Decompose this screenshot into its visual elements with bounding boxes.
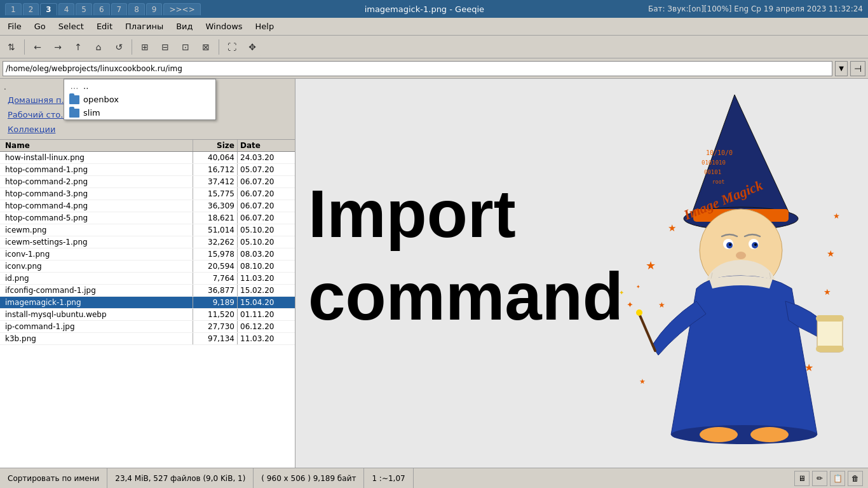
- file-date: 08.03.20: [238, 248, 295, 260]
- toolbar-back[interactable]: ←: [29, 38, 46, 56]
- file-name: install-mysql-ubuntu.webp: [0, 309, 193, 320]
- tab-more[interactable]: >><>: [163, 3, 200, 15]
- toolbar-actual-size[interactable]: ⊠: [197, 38, 215, 56]
- file-row-selected[interactable]: imagemagick-1.png 9,189 15.04.20: [0, 297, 295, 309]
- tab-3[interactable]: 3: [40, 3, 57, 15]
- sidebar-collections[interactable]: Коллекции: [0, 122, 295, 137]
- tab-9[interactable]: 9: [146, 3, 163, 15]
- dotdot-icon: …: [69, 81, 79, 91]
- file-name: ip-command-1.jpg: [0, 321, 193, 332]
- file-row[interactable]: icewm-settings-1.png 32,262 05.10.20: [0, 236, 295, 248]
- file-date: 15.02.20: [238, 285, 295, 296]
- file-date: 06.07.20: [238, 200, 295, 212]
- menu-plugins[interactable]: Плагины: [120, 20, 168, 33]
- tab-6[interactable]: 6: [93, 3, 110, 15]
- toolbar-pan[interactable]: ✥: [243, 38, 261, 56]
- svg-point-17: [636, 309, 642, 316]
- file-row[interactable]: id.png 7,764 11.03.20: [0, 273, 295, 285]
- svg-text:✦: ✦: [627, 300, 634, 309]
- menu-edit[interactable]: Edit: [92, 20, 118, 33]
- file-row[interactable]: iconv.png 20,594 08.10.20: [0, 261, 295, 273]
- path-dropdown: … .. openbox slim: [64, 79, 216, 120]
- toolbar-forward[interactable]: →: [49, 38, 67, 56]
- status-fileinfo: 23,4 MiB, 527 файлов (9,0 KiB, 1): [107, 468, 254, 488]
- svg-text:★: ★: [827, 248, 835, 259]
- file-date: 06.07.20: [238, 188, 295, 200]
- svg-point-21: [671, 425, 817, 444]
- toolbar-home[interactable]: ⌂: [90, 38, 107, 56]
- toolbar-fit[interactable]: ⊡: [177, 38, 194, 56]
- svg-line-16: [639, 314, 655, 351]
- image-dimensions: ( 960 x 506 ) 9,189 байт: [261, 474, 356, 483]
- tab-5[interactable]: 5: [76, 3, 92, 15]
- separator-2: [132, 39, 132, 55]
- dropdown-item-openbox[interactable]: openbox: [64, 93, 215, 106]
- file-name: htop-command-5.png: [0, 212, 193, 224]
- file-date: 11.03.20: [238, 273, 295, 284]
- tab-2[interactable]: 2: [23, 3, 39, 15]
- main-content: … .. openbox slim . Домашняя п... Рабочи…: [0, 79, 868, 468]
- addressbar: ▼ ⊣: [0, 58, 868, 79]
- tab-1[interactable]: 1: [5, 3, 22, 15]
- file-name: htop-command-4.png: [0, 200, 193, 212]
- svg-text:★: ★: [646, 259, 656, 272]
- folder-icon-slim: [69, 109, 79, 118]
- svg-point-12: [729, 243, 731, 246]
- status-copy-icon[interactable]: 📋: [830, 471, 845, 486]
- file-name: id.png: [0, 273, 193, 284]
- tab-7[interactable]: 7: [111, 3, 128, 15]
- file-row[interactable]: ip-command-1.jpg 27,730 06.12.20: [0, 321, 295, 333]
- file-date: 06.12.20: [238, 321, 295, 332]
- toolbar-flip-vertical[interactable]: ⇅: [3, 38, 20, 56]
- wizard-illustration: 10/10/0 0101010 00101 root: [607, 92, 849, 447]
- file-row[interactable]: k3b.png 97,134 11.03.20: [0, 333, 295, 345]
- file-count-info: 23,4 MiB, 527 файлов (9,0 KiB, 1): [115, 474, 245, 483]
- svg-text:★: ★: [668, 222, 676, 234]
- file-row[interactable]: htop-command-3.png 15,775 06.07.20: [0, 188, 295, 200]
- dropdown-item-slim[interactable]: slim: [64, 106, 215, 119]
- menu-help[interactable]: Help: [250, 20, 280, 33]
- toolbar-zoom-out[interactable]: ⊟: [156, 38, 174, 56]
- file-row[interactable]: htop-command-4.png 36,309 06.07.20: [0, 200, 295, 212]
- dropdown-item-dotdot[interactable]: … ..: [64, 79, 215, 93]
- file-size: 9,189: [193, 297, 238, 308]
- menu-view[interactable]: Вид: [171, 20, 198, 33]
- file-name: ifconfig-command-1.jpg: [0, 285, 193, 296]
- status-sort[interactable]: Сортировать по имени: [0, 468, 107, 488]
- file-row[interactable]: htop-command-1.png 16,712 05.07.20: [0, 164, 295, 176]
- status-delete-icon[interactable]: 🗑: [848, 471, 863, 486]
- tab-8[interactable]: 8: [128, 3, 145, 15]
- file-row[interactable]: how-install-linux.png 40,064 24.03.20: [0, 152, 295, 164]
- folder-icon-openbox: [69, 95, 79, 104]
- status-display-icon[interactable]: 🖥: [794, 471, 810, 486]
- file-date: 01.11.20: [238, 309, 295, 320]
- toolbar-up[interactable]: ↑: [69, 38, 87, 56]
- file-date: 05.07.20: [238, 164, 295, 175]
- file-date: 15.04.20: [238, 297, 295, 308]
- titlebar-tabs: 1 2 3 4 5 6 7 8 9 >><>: [5, 3, 201, 15]
- file-list: Name Size Date how-install-linux.png 40,…: [0, 140, 295, 468]
- file-row[interactable]: iconv-1.png 15,978 08.03.20: [0, 248, 295, 261]
- file-row[interactable]: icewm.png 51,014 05.10.20: [0, 224, 295, 236]
- file-row[interactable]: ifconfig-command-1.jpg 36,877 15.02.20: [0, 285, 295, 297]
- toolbar-zoom-in[interactable]: ⊞: [136, 38, 154, 56]
- file-list-header: Name Size Date: [0, 140, 295, 152]
- toolbar-fullscreen[interactable]: ⛶: [223, 38, 241, 56]
- zoom-level: 1 :~1,07: [372, 474, 405, 483]
- tab-4[interactable]: 4: [58, 3, 75, 15]
- file-row[interactable]: install-mysql-ubuntu.webp 11,520 01.11.2…: [0, 309, 295, 321]
- status-edit-icon[interactable]: ✏: [812, 471, 827, 486]
- menu-select[interactable]: Select: [53, 20, 89, 33]
- menu-windows[interactable]: Windows: [201, 20, 248, 33]
- address-dropdown-button[interactable]: ▼: [835, 61, 848, 76]
- address-pin-button[interactable]: ⊣: [850, 61, 865, 76]
- toolbar-refresh[interactable]: ↺: [110, 38, 128, 56]
- file-size: 20,594: [193, 261, 238, 272]
- menu-go[interactable]: Go: [29, 20, 51, 33]
- menubar: File Go Select Edit Плагины Вид Windows …: [0, 18, 868, 36]
- menu-file[interactable]: File: [3, 20, 27, 33]
- address-input[interactable]: [3, 61, 832, 76]
- file-row[interactable]: htop-command-5.png 18,621 06.07.20: [0, 212, 295, 224]
- file-row[interactable]: htop-command-2.png 37,412 06.07.20: [0, 176, 295, 188]
- separator-1: [24, 39, 25, 55]
